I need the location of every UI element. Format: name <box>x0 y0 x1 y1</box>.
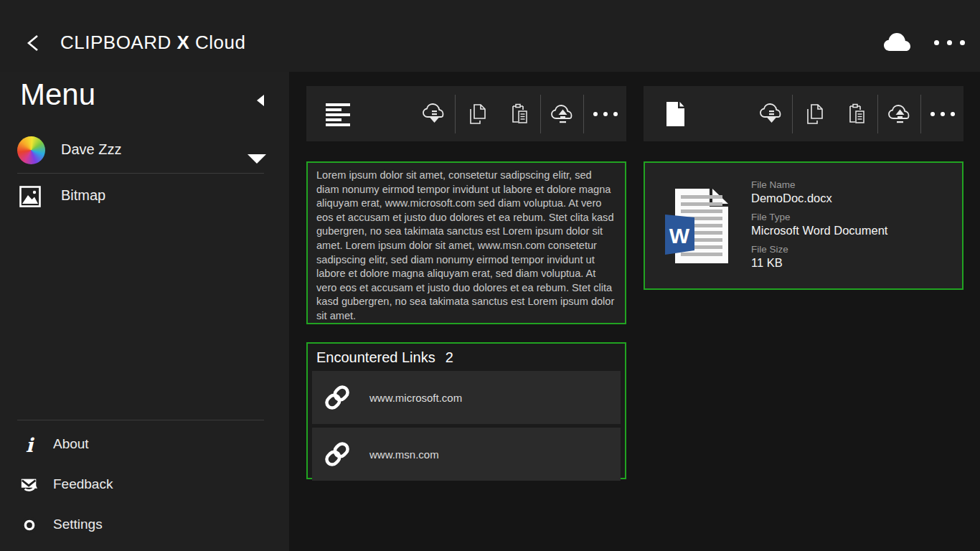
account-name: Dave Zzz <box>61 141 121 158</box>
sidebar-item-settings[interactable]: Settings <box>0 511 289 542</box>
file-content-icon <box>661 100 689 128</box>
sidebar-item-about[interactable]: i About <box>0 430 289 462</box>
word-document-icon: W <box>665 189 729 263</box>
sidebar-item-label: Bitmap <box>61 187 105 204</box>
link-url: www.msn.com <box>369 448 439 461</box>
link-icon <box>324 441 351 468</box>
more-options-button[interactable] <box>584 86 626 141</box>
clipboard-text-content: Lorem ipsum dolor sit amet, consetetur s… <box>316 169 616 324</box>
sidebar-item-bitmap[interactable]: Bitmap <box>0 178 289 215</box>
feedback-icon <box>20 475 39 495</box>
paste-button[interactable] <box>498 86 540 141</box>
cloud-upload-button[interactable] <box>541 86 583 141</box>
svg-text:W: W <box>669 224 690 248</box>
ellipsis-icon <box>934 40 939 45</box>
gear-icon <box>20 515 39 535</box>
ellipsis-icon <box>593 112 618 116</box>
info-icon: i <box>20 435 39 455</box>
link-item[interactable]: www.microsoft.com <box>312 371 621 424</box>
file-name-label: File Name <box>751 179 887 190</box>
file-size-label: File Size <box>751 244 887 255</box>
links-header: Encountered Links2 <box>308 344 625 371</box>
link-icon <box>324 384 351 411</box>
menu-collapse-icon[interactable] <box>257 95 264 106</box>
file-item-toolbar <box>644 86 963 141</box>
cloud-download-button[interactable] <box>413 86 455 141</box>
sidebar: Menu Dave Zzz Bitmap i About <box>0 72 289 551</box>
menu-title: Menu <box>20 77 95 112</box>
sidebar-item-label: About <box>53 436 89 452</box>
links-title: Encountered Links <box>316 349 435 365</box>
link-url: www.microsoft.com <box>369 392 462 404</box>
app-title: CLIPBOARD X Cloud <box>60 32 246 54</box>
text-item-toolbar <box>306 86 626 141</box>
file-fields: File Name DemoDoc.docx File Type Microso… <box>751 173 887 270</box>
divider <box>17 173 264 174</box>
sidebar-item-feedback[interactable]: Feedback <box>0 471 289 502</box>
text-content-icon <box>324 100 352 128</box>
more-menu-button[interactable] <box>934 37 967 47</box>
sidebar-item-label: Settings <box>53 517 103 532</box>
title-bar: CLIPBOARD X Cloud <box>0 0 980 72</box>
file-size-value: 11 KB <box>751 256 887 270</box>
file-type-value: Microsoft Word Document <box>751 224 887 237</box>
links-count: 2 <box>446 349 453 365</box>
cloud-download-button[interactable] <box>750 86 792 141</box>
text-clipboard-item[interactable]: Lorem ipsum dolor sit amet, consetetur s… <box>306 161 626 324</box>
file-type-label: File Type <box>751 212 887 222</box>
cloud-upload-button[interactable] <box>878 86 920 141</box>
more-options-button[interactable] <box>921 86 963 141</box>
ellipsis-icon <box>930 112 955 116</box>
main-content: Lorem ipsum dolor sit amet, consetetur s… <box>289 72 980 551</box>
account-row[interactable]: Dave Zzz <box>0 131 289 172</box>
link-item[interactable]: www.msn.com <box>312 428 621 481</box>
chevron-down-icon[interactable] <box>248 154 266 164</box>
chevron-left-icon <box>29 36 37 50</box>
image-icon <box>19 185 42 208</box>
cloud-sync-icon[interactable] <box>881 32 913 53</box>
divider <box>17 420 264 420</box>
copy-button[interactable] <box>793 86 835 141</box>
file-clipboard-item[interactable]: W File Name DemoDoc.docx File Type Micro… <box>644 161 963 290</box>
avatar <box>17 136 45 164</box>
back-button[interactable] <box>23 32 44 55</box>
file-name-value: DemoDoc.docx <box>751 192 887 205</box>
encountered-links-panel: Encountered Links2 www.microsoft.com <box>306 342 626 479</box>
sidebar-item-label: Feedback <box>53 476 113 492</box>
copy-button[interactable] <box>456 86 498 141</box>
paste-button[interactable] <box>835 86 877 141</box>
